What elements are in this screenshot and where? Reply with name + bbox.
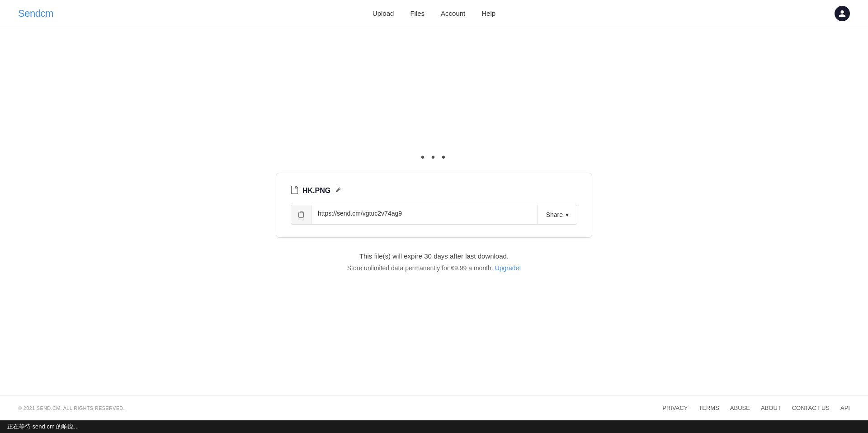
clipboard-button[interactable] (291, 205, 311, 225)
file-name: HK.PNG (302, 187, 330, 195)
nav-upload[interactable]: Upload (373, 9, 394, 17)
main-nav: Upload Files Account Help (373, 9, 495, 17)
footer-copyright: © 2021 SEND.CM. ALL RIGHTS RESERVED. (18, 405, 125, 411)
nav-help[interactable]: Help (481, 9, 495, 17)
file-card: HK.PNG Share ▾ (276, 173, 592, 238)
footer-link-abuse[interactable]: ABUSE (730, 405, 750, 411)
logo-cm: cm (40, 8, 53, 19)
url-input[interactable] (311, 205, 538, 225)
nav-account[interactable]: Account (441, 9, 465, 17)
share-button[interactable]: Share ▾ (538, 205, 577, 225)
footer-link-terms[interactable]: TERMS (698, 405, 719, 411)
footer-nav: PRIVACY TERMS ABUSE ABOUT CONTACT US API (662, 405, 850, 411)
logo-send: Send (18, 8, 40, 19)
footer-link-api[interactable]: API (840, 405, 850, 411)
file-header: HK.PNG (291, 186, 577, 196)
nav-files[interactable]: Files (410, 9, 425, 17)
share-chevron-icon: ▾ (566, 211, 569, 218)
upgrade-prompt: Store unlimited data permanently for €9.… (347, 264, 521, 272)
footer: © 2021 SEND.CM. ALL RIGHTS RESERVED. PRI… (0, 395, 868, 420)
footer-link-privacy[interactable]: PRIVACY (662, 405, 688, 411)
dots-indicator: • • • (421, 151, 448, 164)
main-content: • • • HK.PNG (0, 27, 868, 395)
url-row: Share ▾ (291, 205, 577, 225)
upgrade-prompt-text: Store unlimited data permanently for €9.… (347, 264, 493, 272)
share-label: Share (546, 211, 563, 218)
status-bar: 正在等待 send.cm 的响应... (0, 420, 868, 433)
footer-link-about[interactable]: ABOUT (761, 405, 781, 411)
expire-text: This file(s) will expire 30 days after l… (359, 252, 509, 260)
footer-link-contact[interactable]: CONTACT US (792, 405, 830, 411)
user-avatar[interactable] (835, 6, 850, 21)
header: Sendcm Upload Files Account Help (0, 0, 868, 27)
upgrade-link[interactable]: Upgrade! (495, 264, 521, 272)
logo[interactable]: Sendcm (18, 8, 53, 19)
status-text: 正在等待 send.cm 的响应... (7, 423, 79, 431)
file-type-icon (291, 186, 298, 196)
edit-icon[interactable] (335, 187, 341, 194)
